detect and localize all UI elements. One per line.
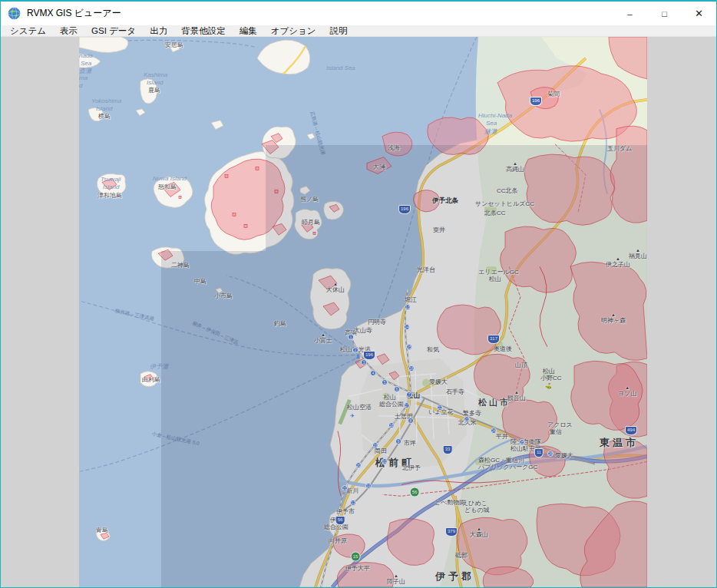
window-title: RVMX GIS ビューアー [27, 7, 121, 20]
menu-item-2[interactable]: GSI データ [84, 25, 143, 37]
menu-item-0[interactable]: システム [3, 25, 53, 37]
title-bar: RVMX GIS ビューアー – □ ✕ [1, 2, 716, 25]
close-button[interactable]: ✕ [682, 2, 716, 25]
left-gray-panel [1, 37, 79, 587]
client-area: nadaSea斎灘mad安居島Island SeaKashimaIsland鹿島… [1, 37, 716, 587]
minimize-button[interactable]: – [613, 2, 647, 25]
menu-item-7[interactable]: 説明 [322, 25, 354, 37]
menu-bar: システム表示GSI データ出力背景他設定編集オプション説明 [1, 25, 716, 37]
menu-item-6[interactable]: オプション [264, 25, 323, 37]
map-viewport[interactable]: nadaSea斎灘mad安居島Island SeaKashimaIsland鹿島… [79, 37, 647, 587]
maximize-button[interactable]: □ [647, 2, 682, 25]
right-gray-panel [647, 37, 716, 587]
menu-item-4[interactable]: 背景他設定 [174, 25, 233, 37]
map-canvas [79, 37, 647, 587]
menu-item-3[interactable]: 出力 [143, 25, 174, 37]
app-window: RVMX GIS ビューアー – □ ✕ システム表示GSI データ出力背景他設… [0, 0, 717, 588]
globe-icon [8, 7, 21, 20]
menu-item-5[interactable]: 編集 [233, 25, 264, 37]
menu-item-1[interactable]: 表示 [53, 25, 84, 37]
